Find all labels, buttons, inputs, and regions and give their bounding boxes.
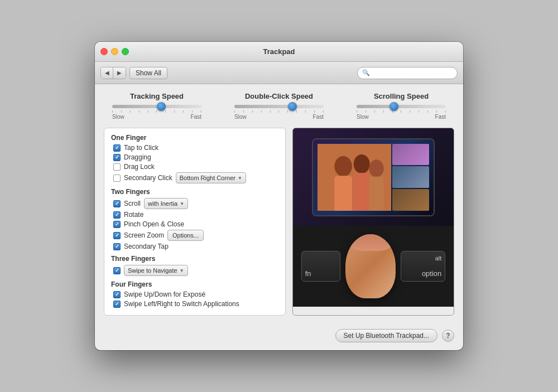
photo-people-svg	[318, 144, 391, 211]
finger-image	[345, 234, 396, 298]
scroll-dropdown-value: with Inertia	[148, 200, 177, 207]
photo-main	[318, 144, 391, 211]
screen-zoom-checkbox[interactable]	[113, 232, 121, 239]
scroll-checkbox[interactable]	[113, 200, 121, 207]
screen-zoom-options-button[interactable]: Options...	[167, 230, 204, 241]
swipe-leftright-row: Swipe Left/Right to Switch Applications	[111, 300, 278, 308]
double-click-speed-track[interactable]	[234, 105, 324, 108]
forward-button[interactable]: ▶	[113, 67, 126, 79]
nav-buttons: ◀ ▶	[100, 67, 126, 79]
swipe-leftright-checkbox[interactable]	[113, 301, 121, 308]
double-click-speed-group: Double-Click Speed Slow Fast	[226, 92, 332, 120]
scrolling-speed-label: Scrolling Speed	[374, 92, 429, 100]
photo-side-1	[392, 144, 429, 166]
sliders-row: Tracking Speed Slow Fast Double-Click Sp…	[104, 92, 454, 120]
tracking-speed-thumb[interactable]	[157, 102, 166, 111]
secondary-tap-row: Secondary Tap	[111, 243, 278, 250]
three-fingers-title: Three Fingers	[111, 255, 278, 263]
secondary-tap-checkbox[interactable]	[113, 243, 121, 250]
titlebar: Trackpad	[95, 42, 463, 62]
rotate-checkbox[interactable]	[113, 211, 121, 219]
secondary-click-dropdown[interactable]: Bottom Right Corner ▼	[176, 172, 246, 183]
secondary-click-checkbox[interactable]	[113, 175, 121, 182]
window-title: Trackpad	[263, 47, 295, 56]
swipe-leftright-label: Swipe Left/Right to Switch Applications	[124, 300, 239, 308]
rotate-row: Rotate	[111, 211, 278, 219]
secondary-click-label: Secondary Click	[124, 174, 172, 182]
photo-side-3	[392, 189, 429, 211]
settings-panel: One Finger Tap to Click Dragging Drag Lo…	[104, 128, 286, 316]
show-all-button[interactable]: Show All	[129, 67, 167, 79]
swipe-updown-row: Swipe Up/Down for Exposé	[111, 291, 278, 298]
option-key-label: option	[422, 269, 441, 278]
tap-to-click-row: Tap to Click	[111, 144, 278, 152]
content-area: Tracking Speed Slow Fast Double-Click Sp…	[95, 84, 463, 323]
dragging-row: Dragging	[111, 153, 278, 161]
search-input[interactable]	[372, 69, 453, 77]
photo-collage	[318, 144, 429, 211]
double-click-speed-label: Double-Click Speed	[245, 92, 313, 100]
pinch-checkbox[interactable]	[113, 221, 121, 228]
svg-rect-4	[354, 173, 370, 211]
trackpad-window: Trackpad ◀ ▶ Show All 🔍 Tracking Speed	[95, 42, 463, 350]
tracking-speed-ticks	[112, 110, 201, 113]
bluetooth-button[interactable]: Set Up Bluetooth Trackpad...	[335, 329, 437, 342]
alt-key-label: alt	[435, 255, 442, 262]
close-button[interactable]	[100, 48, 108, 55]
tracking-speed-track[interactable]	[112, 105, 201, 108]
swipe-navigate-dropdown-arrow: ▼	[180, 268, 184, 273]
search-box[interactable]: 🔍	[357, 67, 458, 79]
tap-to-click-label: Tap to Click	[124, 144, 158, 152]
fn-key-label: fn	[305, 269, 311, 278]
scrolling-speed-track[interactable]	[357, 105, 446, 108]
swipe-updown-checkbox[interactable]	[113, 291, 121, 298]
bottom-bar: Set Up Bluetooth Trackpad... ?	[95, 323, 463, 350]
scroll-dropdown[interactable]: with Inertia ▼	[144, 198, 188, 209]
double-click-speed-ticks	[234, 110, 324, 113]
preview-top	[293, 128, 454, 226]
svg-point-5	[369, 159, 383, 177]
back-button[interactable]: ◀	[101, 67, 113, 79]
scrolling-speed-thumb[interactable]	[389, 102, 398, 111]
scrolling-speed-range: Slow Fast	[357, 114, 446, 120]
secondary-tap-label: Secondary Tap	[124, 243, 169, 250]
scroll-label: Scroll	[124, 200, 141, 207]
tap-to-click-checkbox[interactable]	[113, 144, 121, 152]
drag-lock-checkbox[interactable]	[113, 163, 121, 171]
preview-bottom: fn alt option	[293, 226, 454, 307]
minimize-button[interactable]	[111, 48, 118, 55]
double-click-speed-range: Slow Fast	[234, 114, 324, 120]
secondary-click-dropdown-value: Bottom Right Corner	[180, 175, 235, 181]
tracking-speed-group: Tracking Speed Slow Fast	[104, 92, 210, 120]
finger-tip	[350, 234, 391, 251]
drag-lock-row: Drag Lock	[111, 163, 278, 171]
photo-side-2	[392, 166, 429, 188]
option-key: alt option	[401, 251, 445, 282]
scroll-row: Scroll with Inertia ▼	[111, 198, 278, 209]
main-area: One Finger Tap to Click Dragging Drag Lo…	[104, 128, 454, 316]
maximize-button[interactable]	[122, 48, 129, 55]
laptop-screen	[312, 138, 435, 216]
swipe-navigate-checkbox[interactable]	[113, 267, 121, 274]
swipe-navigate-row: Swipe to Navigate ▼	[111, 265, 278, 276]
dragging-label: Dragging	[124, 153, 151, 161]
laptop-screen-inner	[313, 139, 434, 215]
screen-zoom-label: Screen Zoom	[124, 231, 164, 239]
secondary-click-dropdown-arrow: ▼	[238, 176, 242, 181]
search-icon: 🔍	[362, 69, 370, 76]
one-finger-title: One Finger	[111, 134, 278, 142]
swipe-updown-label: Swipe Up/Down for Exposé	[124, 291, 205, 298]
tracking-speed-range: Slow Fast	[112, 114, 201, 120]
dragging-checkbox[interactable]	[113, 154, 121, 161]
help-button[interactable]: ?	[442, 330, 454, 342]
double-click-speed-thumb[interactable]	[288, 102, 297, 111]
tracking-speed-label: Tracking Speed	[130, 92, 184, 100]
svg-rect-6	[369, 176, 383, 210]
scrolling-speed-group: Scrolling Speed Slow Fast	[348, 92, 454, 120]
swipe-navigate-dropdown[interactable]: Swipe to Navigate ▼	[124, 265, 188, 276]
two-fingers-title: Two Fingers	[111, 188, 278, 196]
swipe-navigate-dropdown-value: Swipe to Navigate	[128, 267, 177, 274]
pinch-label: Pinch Open & Close	[124, 220, 184, 228]
photo-side	[392, 144, 429, 211]
pinch-row: Pinch Open & Close	[111, 220, 278, 228]
